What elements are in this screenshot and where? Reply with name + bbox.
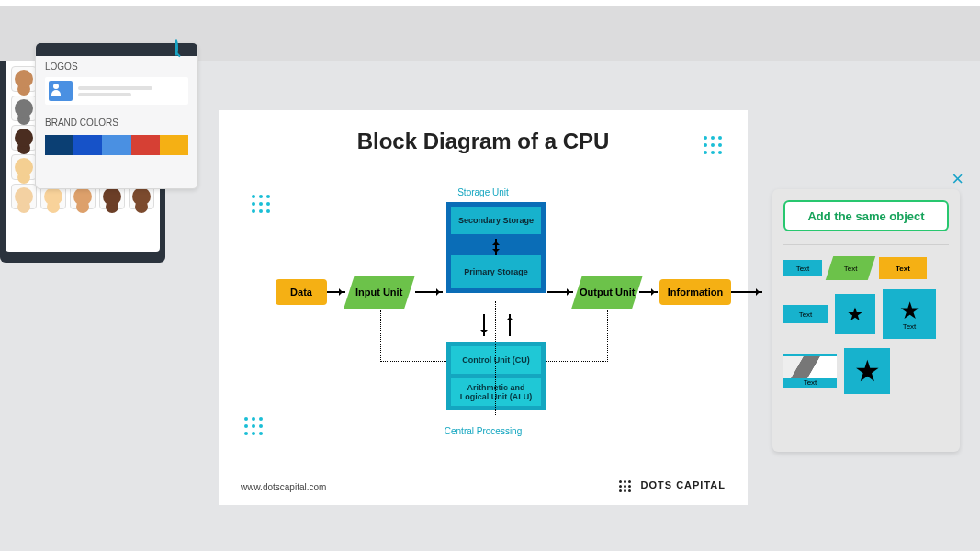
object-chip-star-text[interactable]: ★Text bbox=[883, 289, 936, 339]
icon-result[interactable] bbox=[11, 125, 37, 151]
cpu-box[interactable]: Control Unit (CU) Arithmetic and Logical… bbox=[446, 342, 546, 410]
person-icon bbox=[15, 158, 33, 176]
person-icon bbox=[15, 70, 33, 88]
object-chip-blue[interactable]: Text bbox=[783, 305, 828, 323]
control-unit-cell: Control Unit (CU) bbox=[451, 346, 541, 374]
brand-panel: LOGOS BRAND COLORS bbox=[35, 42, 198, 189]
dotted-connector bbox=[546, 310, 608, 362]
brand-color-swatches[interactable] bbox=[45, 135, 188, 155]
diagram-canvas[interactable]: Block Diagram of a CPU Storage Unit Data… bbox=[219, 110, 748, 505]
object-chip-image[interactable]: Text bbox=[783, 354, 837, 388]
information-node[interactable]: Information bbox=[659, 279, 731, 305]
color-swatch[interactable] bbox=[102, 135, 130, 155]
icon-result[interactable] bbox=[11, 154, 37, 180]
storage-unit-label: Storage Unit bbox=[457, 187, 509, 197]
logo-placeholder-lines bbox=[78, 84, 185, 99]
person-icon bbox=[132, 187, 151, 206]
person-icon bbox=[15, 99, 33, 118]
icon-result[interactable] bbox=[11, 96, 37, 121]
person-icon bbox=[73, 187, 92, 206]
panel-header bbox=[36, 43, 197, 56]
data-node[interactable]: Data bbox=[276, 279, 327, 305]
color-swatch[interactable] bbox=[73, 135, 102, 155]
star-icon: ★ bbox=[854, 356, 881, 386]
logo-item[interactable] bbox=[45, 77, 188, 105]
star-icon: ★ bbox=[899, 298, 920, 322]
person-icon bbox=[15, 187, 33, 206]
arrow-icon bbox=[547, 291, 573, 293]
color-swatch[interactable] bbox=[131, 135, 160, 155]
secondary-storage-cell: Secondary Storage bbox=[451, 207, 541, 234]
input-unit-node[interactable]: Input Unit bbox=[344, 276, 415, 309]
people-logo-icon bbox=[49, 81, 73, 101]
close-icon[interactable]: × bbox=[952, 167, 963, 191]
icon-result[interactable] bbox=[11, 184, 37, 209]
object-chip-blue[interactable]: Text bbox=[783, 260, 822, 276]
diagram-title: Block Diagram of a CPU bbox=[357, 129, 610, 154]
arrow-icon bbox=[327, 291, 345, 293]
object-chip-star-large[interactable]: ★ bbox=[844, 348, 890, 394]
divider bbox=[783, 244, 949, 245]
footer-brand: DOTS CAPITAL bbox=[619, 479, 726, 492]
icon-result[interactable] bbox=[11, 66, 37, 92]
primary-storage-cell: Primary Storage bbox=[451, 255, 541, 288]
person-icon bbox=[103, 187, 121, 206]
decorative-dots-icon bbox=[704, 136, 722, 154]
brand-colors-label: BRAND COLORS bbox=[36, 112, 197, 131]
arrow-icon bbox=[639, 291, 658, 293]
color-swatch[interactable] bbox=[45, 135, 73, 155]
person-icon bbox=[15, 129, 33, 147]
image-thumb bbox=[783, 356, 837, 378]
add-same-object-button[interactable]: Add the same object bbox=[783, 200, 949, 231]
arrow-icon bbox=[731, 291, 762, 293]
dotted-connector bbox=[380, 310, 446, 362]
object-suggestions-panel: Add the same object Text Text Text Text … bbox=[772, 189, 960, 452]
person-icon bbox=[44, 187, 62, 206]
arrow-icon bbox=[415, 291, 443, 293]
search-icon[interactable] bbox=[175, 39, 178, 56]
decorative-dots-icon bbox=[252, 195, 270, 213]
dotted-connector bbox=[495, 301, 496, 415]
arrow-icon bbox=[483, 314, 485, 336]
alu-cell: Arithmetic and Logical Unit (ALU) bbox=[451, 378, 541, 406]
arrow-icon bbox=[509, 314, 511, 336]
object-chip-star[interactable]: ★ bbox=[835, 294, 875, 334]
storage-unit-box[interactable]: Secondary Storage Primary Storage bbox=[446, 202, 546, 293]
decorative-dots-icon bbox=[244, 417, 263, 435]
object-chip-green[interactable]: Text bbox=[826, 256, 875, 280]
logos-label: LOGOS bbox=[36, 56, 197, 75]
color-swatch[interactable] bbox=[160, 135, 188, 155]
star-icon: ★ bbox=[847, 305, 863, 323]
object-chip-yellow[interactable]: Text bbox=[879, 257, 927, 279]
footer-url: www.dotscapital.com bbox=[241, 482, 326, 492]
cpu-label: Central Processing bbox=[445, 426, 522, 436]
output-unit-node[interactable]: Output Unit bbox=[571, 276, 643, 309]
